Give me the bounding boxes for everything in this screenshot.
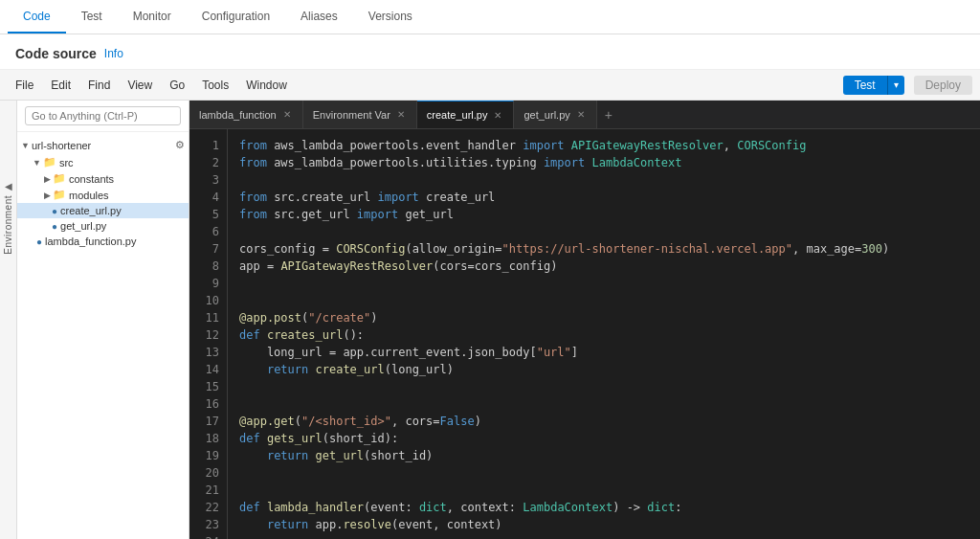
file-tab-env-var[interactable]: Environment Var ✕ (303, 101, 417, 128)
main-container: Code source Info File Edit Find View Go … (0, 34, 980, 539)
constants-expand-icon: ▶ (44, 174, 51, 184)
modules-expand-icon: ▶ (44, 191, 51, 200)
sidebar-root-label: url-shortener (32, 140, 91, 151)
env-sidebar: ◀ Environment (0, 101, 17, 539)
create-url-file-icon: ● (52, 206, 57, 216)
test-deploy-group: Test ▾ (843, 76, 904, 95)
file-tab-create-url-label: create_url.py (427, 109, 488, 121)
file-tab-create-url[interactable]: create_url.py ✕ (417, 101, 515, 128)
sidebar-item-modules[interactable]: ▶ 📁 modules (17, 187, 189, 203)
file-sidebar: ▼ url-shortener ⚙ ▼ 📁 src ▶ 📁 constants (17, 101, 189, 539)
file-tab-get-url-label: get_url.py (523, 109, 569, 121)
sidebar-item-create-url[interactable]: ● create_url.py (17, 203, 189, 218)
src-folder-icon: 📁 (43, 156, 56, 168)
test-button[interactable]: Test (843, 76, 887, 95)
file-menu[interactable]: File (8, 77, 41, 94)
file-tab-get-url[interactable]: get_url.py ✕ (514, 101, 596, 128)
editor-panel: lambda_function ✕ Environment Var ✕ crea… (189, 101, 980, 539)
sidebar-item-src[interactable]: ▼ 📁 src (17, 154, 189, 170)
tab-test[interactable]: Test (66, 0, 118, 34)
tab-monitor[interactable]: Monitor (118, 0, 187, 34)
src-expand-icon: ▼ (33, 158, 41, 168)
file-tab-env-var-label: Environment Var (313, 109, 390, 121)
env-collapse-arrow[interactable]: ◀ (1, 177, 16, 195)
file-tab-lambda-function[interactable]: lambda_function ✕ (189, 101, 303, 128)
sidebar-item-src-label: src (59, 157, 74, 168)
edit-menu[interactable]: Edit (43, 77, 78, 94)
sidebar-item-constants[interactable]: ▶ 📁 constants (17, 170, 189, 187)
sidebar-item-get-url[interactable]: ● get_url.py (17, 218, 189, 234)
tab-code[interactable]: Code (8, 0, 66, 34)
sidebar-item-lambda-function[interactable]: ● lambda_function.py (17, 234, 189, 249)
deploy-button[interactable]: Deploy (914, 76, 972, 95)
lambda-function-file-icon: ● (36, 236, 42, 247)
tab-versions[interactable]: Versions (353, 0, 428, 34)
sidebar-item-get-url-label: get_url.py (60, 220, 106, 232)
sidebar-item-modules-label: modules (69, 190, 109, 201)
file-tab-create-url-close[interactable]: ✕ (492, 109, 503, 122)
top-nav: Code Test Monitor Configuration Aliases … (0, 0, 980, 34)
view-menu[interactable]: View (120, 77, 160, 94)
get-url-file-icon: ● (52, 221, 57, 232)
search-input[interactable] (25, 106, 181, 125)
editor-body: ◀ Environment ▼ url-shortener ⚙ ▼ 📁 (0, 101, 980, 539)
sidebar-content: ▼ url-shortener ⚙ ▼ 📁 src ▶ 📁 constants (17, 132, 189, 539)
code-content[interactable]: from aws_lambda_powertools.event_handler… (228, 129, 980, 539)
go-menu[interactable]: Go (162, 77, 192, 94)
line-numbers: 12345 678910 1112131415 1617181920 21222… (189, 129, 228, 539)
sidebar-item-create-url-label: create_url.py (60, 205, 122, 216)
env-label[interactable]: Environment (3, 195, 13, 255)
file-tab-lambda-function-label: lambda_function (199, 109, 277, 121)
sidebar-search-container (17, 101, 189, 132)
constants-folder-icon: 📁 (53, 172, 66, 185)
page-title: Code source (15, 46, 97, 61)
info-link[interactable]: Info (104, 47, 123, 60)
tab-configuration[interactable]: Configuration (187, 0, 285, 34)
file-tab-get-url-close[interactable]: ✕ (575, 108, 587, 121)
code-source-header: Code source Info (0, 34, 980, 70)
editor-toolbar: File Edit Find View Go Tools Window Test… (0, 70, 980, 101)
modules-folder-icon: 📁 (53, 189, 66, 201)
tools-menu[interactable]: Tools (194, 77, 236, 94)
root-expand-icon[interactable]: ▼ (21, 141, 30, 150)
file-tabs-add[interactable]: + (597, 101, 620, 128)
sidebar-root: ▼ url-shortener ⚙ (17, 136, 189, 154)
gear-icon[interactable]: ⚙ (175, 139, 185, 151)
sidebar-item-constants-label: constants (69, 173, 114, 185)
code-area[interactable]: 12345 678910 1112131415 1617181920 21222… (189, 129, 980, 539)
tab-aliases[interactable]: Aliases (285, 0, 353, 34)
sidebar-item-lambda-function-label: lambda_function.py (45, 236, 136, 247)
file-tabs: lambda_function ✕ Environment Var ✕ crea… (189, 101, 980, 129)
file-tab-env-var-close[interactable]: ✕ (395, 108, 407, 121)
test-dropdown-button[interactable]: ▾ (887, 76, 904, 95)
find-menu[interactable]: Find (80, 77, 118, 94)
file-tab-lambda-function-close[interactable]: ✕ (281, 108, 293, 121)
window-menu[interactable]: Window (238, 77, 295, 94)
